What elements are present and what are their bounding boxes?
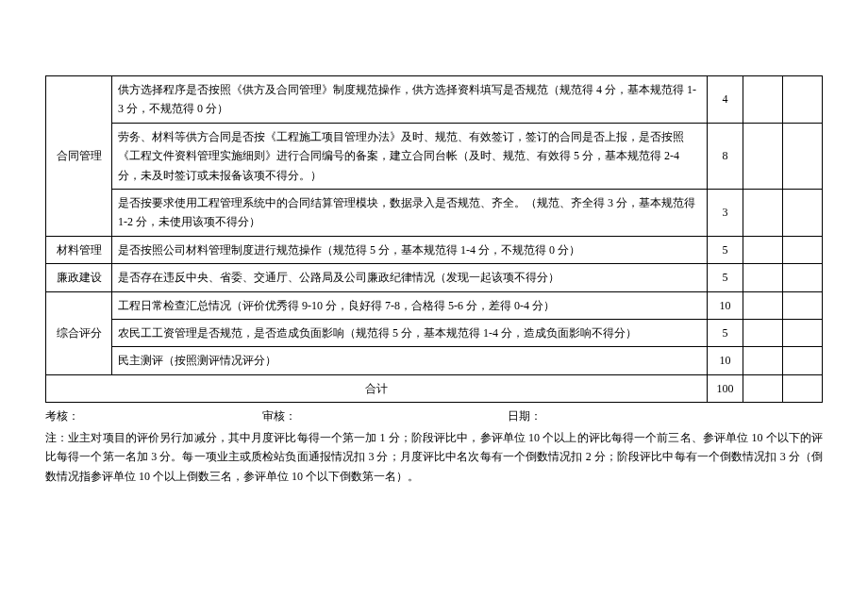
score-cell: 5 xyxy=(708,319,743,346)
table-row: 劳务、材料等供方合同是否按《工程施工项目管理办法》及时、规范、有效签订，签订的合… xyxy=(46,123,823,189)
table-row: 廉政建设是否存在违反中央、省委、交通厅、公路局及公司廉政纪律情况（发现一起该项不… xyxy=(46,264,823,291)
table-row: 材料管理是否按照公司材料管理制度进行规范操作（规范得 5 分，基本规范得 1-4… xyxy=(46,236,823,263)
date-label: 日期： xyxy=(508,408,823,424)
empty-cell xyxy=(743,264,783,291)
score-cell: 4 xyxy=(708,76,743,124)
empty-cell xyxy=(783,319,823,346)
table-row: 是否按要求使用工程管理系统中的合同结算管理模块，数据录入是否规范、齐全。（规范、… xyxy=(46,189,823,236)
score-cell: 8 xyxy=(708,123,743,189)
description-cell: 劳务、材料等供方合同是否按《工程施工项目管理办法》及时、规范、有效签订，签订的合… xyxy=(112,123,708,189)
description-cell: 工程日常检查汇总情况（评价优秀得 9-10 分，良好得 7-8，合格得 5-6 … xyxy=(112,291,708,319)
description-cell: 是否按照公司材料管理制度进行规范操作（规范得 5 分，基本规范得 1-4 分，不… xyxy=(112,236,708,263)
empty-cell xyxy=(783,76,823,124)
score-cell: 10 xyxy=(708,291,743,319)
table-row: 民主测评（按照测评情况评分）10 xyxy=(46,347,823,374)
score-cell: 5 xyxy=(708,264,743,291)
table-row: 合同管理供方选择程序是否按照《供方及合同管理》制度规范操作，供方选择资料填写是否… xyxy=(46,76,823,124)
empty-cell xyxy=(783,123,823,189)
category-cell: 材料管理 xyxy=(46,236,112,263)
table-row: 综合评分工程日常检查汇总情况（评价优秀得 9-10 分，良好得 7-8，合格得 … xyxy=(46,291,823,319)
score-cell: 3 xyxy=(708,189,743,236)
empty-cell xyxy=(783,189,823,236)
empty-cell xyxy=(743,236,783,263)
total-row: 合计100 xyxy=(46,374,823,402)
category-cell: 合同管理 xyxy=(46,76,112,237)
score-cell: 5 xyxy=(708,236,743,263)
description-cell: 民主测评（按照测评情况评分） xyxy=(112,347,708,374)
empty-cell xyxy=(743,291,783,319)
description-cell: 是否存在违反中央、省委、交通厅、公路局及公司廉政纪律情况（发现一起该项不得分） xyxy=(112,264,708,291)
score-cell: 10 xyxy=(708,347,743,374)
empty-cell xyxy=(783,347,823,374)
empty-cell xyxy=(783,264,823,291)
description-cell: 供方选择程序是否按照《供方及合同管理》制度规范操作，供方选择资料填写是否规范（规… xyxy=(112,76,708,124)
empty-cell xyxy=(743,347,783,374)
empty-cell xyxy=(743,319,783,346)
category-cell: 廉政建设 xyxy=(46,264,112,291)
category-cell: 综合评分 xyxy=(46,291,112,374)
empty-cell xyxy=(743,76,783,124)
review-label: 审核： xyxy=(262,408,508,424)
empty-cell xyxy=(743,374,783,402)
assess-label: 考核： xyxy=(45,408,262,424)
note-text: 注：业主对项目的评价另行加减分，其中月度评比每得一个第一加 1 分；阶段评比中，… xyxy=(45,428,823,486)
empty-cell xyxy=(743,189,783,236)
empty-cell xyxy=(743,123,783,189)
empty-cell xyxy=(783,236,823,263)
empty-cell xyxy=(783,291,823,319)
signature-line: 考核： 审核： 日期： xyxy=(45,408,823,424)
table-row: 农民工工资管理是否规范，是否造成负面影响（规范得 5 分，基本规范得 1-4 分… xyxy=(46,319,823,346)
total-label-cell: 合计 xyxy=(46,374,708,402)
description-cell: 农民工工资管理是否规范，是否造成负面影响（规范得 5 分，基本规范得 1-4 分… xyxy=(112,319,708,346)
empty-cell xyxy=(783,374,823,402)
description-cell: 是否按要求使用工程管理系统中的合同结算管理模块，数据录入是否规范、齐全。（规范、… xyxy=(112,189,708,236)
total-score-cell: 100 xyxy=(708,374,743,402)
evaluation-table: 合同管理供方选择程序是否按照《供方及合同管理》制度规范操作，供方选择资料填写是否… xyxy=(45,75,823,403)
